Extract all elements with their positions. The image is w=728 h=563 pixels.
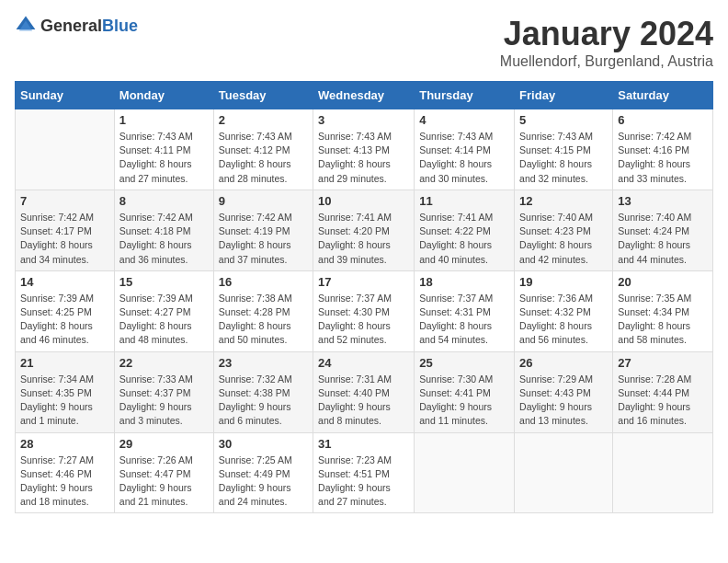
day-info: Sunrise: 7:43 AM Sunset: 4:15 PM Dayligh…	[519, 130, 608, 186]
day-number: 7	[20, 194, 109, 208]
calendar-cell: 17Sunrise: 7:37 AM Sunset: 4:30 PM Dayli…	[313, 270, 415, 351]
day-info: Sunrise: 7:42 AM Sunset: 4:19 PM Dayligh…	[219, 211, 308, 267]
day-info: Sunrise: 7:39 AM Sunset: 4:25 PM Dayligh…	[20, 292, 109, 348]
header-friday: Friday	[515, 82, 613, 109]
day-number: 31	[318, 437, 409, 451]
week-row-0: 1Sunrise: 7:43 AM Sunset: 4:11 PM Daylig…	[16, 109, 713, 190]
title-area: January 2024 Muellendorf, Burgenland, Au…	[500, 15, 713, 70]
day-info: Sunrise: 7:35 AM Sunset: 4:34 PM Dayligh…	[618, 292, 708, 348]
day-number: 23	[219, 356, 308, 370]
page-header: GeneralBlue January 2024 Muellendorf, Bu…	[15, 15, 713, 70]
calendar-cell	[16, 109, 115, 190]
day-info: Sunrise: 7:37 AM Sunset: 4:31 PM Dayligh…	[419, 292, 509, 348]
day-number: 5	[519, 113, 608, 127]
day-number: 24	[318, 356, 409, 370]
calendar-cell: 29Sunrise: 7:26 AM Sunset: 4:47 PM Dayli…	[114, 432, 213, 513]
day-number: 17	[318, 275, 409, 289]
week-row-4: 28Sunrise: 7:27 AM Sunset: 4:46 PM Dayli…	[16, 432, 713, 513]
day-number: 28	[20, 437, 109, 451]
calendar-cell: 2Sunrise: 7:43 AM Sunset: 4:12 PM Daylig…	[213, 109, 313, 190]
day-info: Sunrise: 7:42 AM Sunset: 4:18 PM Dayligh…	[119, 211, 209, 267]
calendar-cell: 22Sunrise: 7:33 AM Sunset: 4:37 PM Dayli…	[114, 351, 213, 432]
day-number: 3	[318, 113, 409, 127]
day-number: 9	[219, 194, 308, 208]
day-number: 26	[519, 356, 608, 370]
day-number: 25	[419, 356, 509, 370]
calendar-table: SundayMondayTuesdayWednesdayThursdayFrid…	[15, 81, 713, 513]
calendar-cell: 16Sunrise: 7:38 AM Sunset: 4:28 PM Dayli…	[213, 270, 313, 351]
calendar-cell: 27Sunrise: 7:28 AM Sunset: 4:44 PM Dayli…	[613, 351, 713, 432]
day-info: Sunrise: 7:23 AM Sunset: 4:51 PM Dayligh…	[318, 454, 409, 510]
calendar-cell: 23Sunrise: 7:32 AM Sunset: 4:38 PM Dayli…	[213, 351, 313, 432]
calendar-cell: 18Sunrise: 7:37 AM Sunset: 4:31 PM Dayli…	[415, 270, 515, 351]
day-info: Sunrise: 7:42 AM Sunset: 4:16 PM Dayligh…	[618, 130, 708, 186]
calendar-cell: 20Sunrise: 7:35 AM Sunset: 4:34 PM Dayli…	[613, 270, 713, 351]
calendar-cell: 3Sunrise: 7:43 AM Sunset: 4:13 PM Daylig…	[313, 109, 415, 190]
day-number: 11	[419, 194, 509, 208]
day-number: 6	[618, 113, 708, 127]
day-info: Sunrise: 7:40 AM Sunset: 4:23 PM Dayligh…	[519, 211, 608, 267]
month-title: January 2024	[500, 15, 713, 53]
calendar-cell: 21Sunrise: 7:34 AM Sunset: 4:35 PM Dayli…	[16, 351, 115, 432]
logo-general: General	[40, 17, 102, 35]
day-number: 14	[20, 275, 109, 289]
day-number: 22	[119, 356, 209, 370]
day-info: Sunrise: 7:37 AM Sunset: 4:30 PM Dayligh…	[318, 292, 409, 348]
week-row-2: 14Sunrise: 7:39 AM Sunset: 4:25 PM Dayli…	[16, 270, 713, 351]
day-number: 30	[219, 437, 308, 451]
day-info: Sunrise: 7:39 AM Sunset: 4:27 PM Dayligh…	[119, 292, 209, 348]
logo-icon	[15, 15, 37, 37]
day-number: 19	[519, 275, 608, 289]
day-info: Sunrise: 7:43 AM Sunset: 4:11 PM Dayligh…	[119, 130, 209, 186]
day-info: Sunrise: 7:30 AM Sunset: 4:41 PM Dayligh…	[419, 373, 509, 429]
calendar-cell: 15Sunrise: 7:39 AM Sunset: 4:27 PM Dayli…	[114, 270, 213, 351]
calendar-cell	[415, 432, 515, 513]
day-number: 4	[419, 113, 509, 127]
day-info: Sunrise: 7:33 AM Sunset: 4:37 PM Dayligh…	[119, 373, 209, 429]
header-sunday: Sunday	[16, 82, 115, 109]
day-number: 15	[119, 275, 209, 289]
calendar-cell: 9Sunrise: 7:42 AM Sunset: 4:19 PM Daylig…	[213, 190, 313, 270]
day-info: Sunrise: 7:41 AM Sunset: 4:20 PM Dayligh…	[318, 211, 409, 267]
calendar-cell: 12Sunrise: 7:40 AM Sunset: 4:23 PM Dayli…	[515, 190, 613, 270]
header-wednesday: Wednesday	[313, 82, 415, 109]
calendar-cell: 6Sunrise: 7:42 AM Sunset: 4:16 PM Daylig…	[613, 109, 713, 190]
calendar-cell: 31Sunrise: 7:23 AM Sunset: 4:51 PM Dayli…	[313, 432, 415, 513]
day-number: 13	[618, 194, 708, 208]
day-info: Sunrise: 7:32 AM Sunset: 4:38 PM Dayligh…	[219, 373, 308, 429]
day-info: Sunrise: 7:25 AM Sunset: 4:49 PM Dayligh…	[219, 454, 308, 510]
calendar-cell: 1Sunrise: 7:43 AM Sunset: 4:11 PM Daylig…	[114, 109, 213, 190]
day-number: 21	[20, 356, 109, 370]
day-number: 12	[519, 194, 608, 208]
day-info: Sunrise: 7:41 AM Sunset: 4:22 PM Dayligh…	[419, 211, 509, 267]
calendar-cell: 4Sunrise: 7:43 AM Sunset: 4:14 PM Daylig…	[415, 109, 515, 190]
day-info: Sunrise: 7:27 AM Sunset: 4:46 PM Dayligh…	[20, 454, 109, 510]
day-info: Sunrise: 7:36 AM Sunset: 4:32 PM Dayligh…	[519, 292, 608, 348]
day-info: Sunrise: 7:38 AM Sunset: 4:28 PM Dayligh…	[219, 292, 308, 348]
week-row-1: 7Sunrise: 7:42 AM Sunset: 4:17 PM Daylig…	[16, 190, 713, 270]
day-info: Sunrise: 7:43 AM Sunset: 4:13 PM Dayligh…	[318, 130, 409, 186]
day-info: Sunrise: 7:26 AM Sunset: 4:47 PM Dayligh…	[119, 454, 209, 510]
day-number: 2	[219, 113, 308, 127]
calendar-cell: 25Sunrise: 7:30 AM Sunset: 4:41 PM Dayli…	[415, 351, 515, 432]
calendar-cell: 28Sunrise: 7:27 AM Sunset: 4:46 PM Dayli…	[16, 432, 115, 513]
day-number: 1	[119, 113, 209, 127]
calendar-cell: 13Sunrise: 7:40 AM Sunset: 4:24 PM Dayli…	[613, 190, 713, 270]
calendar-cell: 11Sunrise: 7:41 AM Sunset: 4:22 PM Dayli…	[415, 190, 515, 270]
day-number: 29	[119, 437, 209, 451]
day-info: Sunrise: 7:34 AM Sunset: 4:35 PM Dayligh…	[20, 373, 109, 429]
day-info: Sunrise: 7:43 AM Sunset: 4:14 PM Dayligh…	[419, 130, 509, 186]
calendar-cell: 5Sunrise: 7:43 AM Sunset: 4:15 PM Daylig…	[515, 109, 613, 190]
calendar-cell: 26Sunrise: 7:29 AM Sunset: 4:43 PM Dayli…	[515, 351, 613, 432]
week-row-3: 21Sunrise: 7:34 AM Sunset: 4:35 PM Dayli…	[16, 351, 713, 432]
calendar-cell: 14Sunrise: 7:39 AM Sunset: 4:25 PM Dayli…	[16, 270, 115, 351]
day-number: 8	[119, 194, 209, 208]
day-info: Sunrise: 7:40 AM Sunset: 4:24 PM Dayligh…	[618, 211, 708, 267]
location-subtitle: Muellendorf, Burgenland, Austria	[500, 53, 713, 70]
logo: GeneralBlue	[15, 15, 138, 37]
header-tuesday: Tuesday	[213, 82, 313, 109]
calendar-header-row: SundayMondayTuesdayWednesdayThursdayFrid…	[16, 82, 713, 109]
header-saturday: Saturday	[613, 82, 713, 109]
header-thursday: Thursday	[415, 82, 515, 109]
day-info: Sunrise: 7:29 AM Sunset: 4:43 PM Dayligh…	[519, 373, 608, 429]
